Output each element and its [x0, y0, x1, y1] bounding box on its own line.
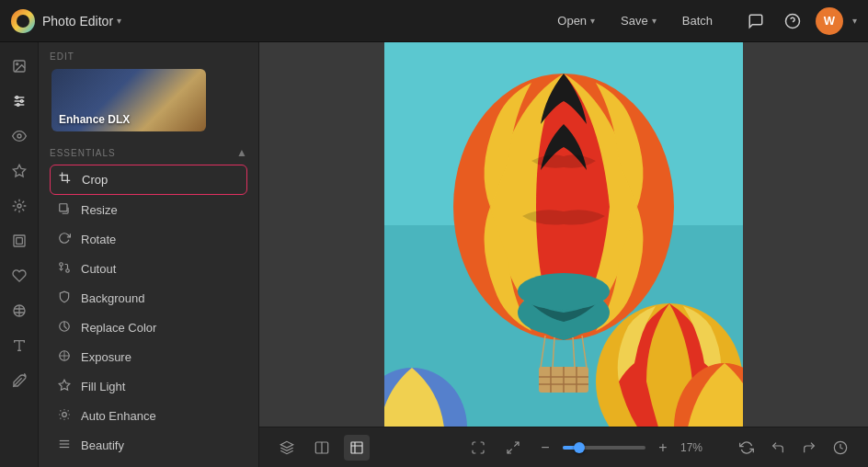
svg-point-3: [16, 63, 17, 65]
app-title: Photo Editor: [42, 14, 113, 28]
layers-toggle-button[interactable]: [274, 435, 300, 461]
background-icon: [57, 290, 72, 306]
canvas-area: − + 17%: [259, 42, 868, 467]
open-chevron: ▾: [590, 16, 595, 26]
tool-crop[interactable]: Crop: [50, 165, 247, 195]
svg-line-30: [60, 410, 61, 411]
shape-icon-button[interactable]: [5, 296, 34, 325]
user-avatar[interactable]: W: [816, 7, 843, 35]
history-button[interactable]: [828, 435, 853, 461]
sliders-icon-button[interactable]: [5, 86, 34, 116]
essentials-header: ESSENTIALS ▲: [50, 146, 247, 159]
svg-rect-13: [14, 235, 25, 246]
header-nav: Open ▾ Save ▾ Batch: [546, 9, 724, 32]
tool-replace-color[interactable]: Replace Color: [50, 313, 247, 342]
exposure-icon: [57, 349, 72, 365]
svg-point-9: [17, 104, 19, 107]
svg-rect-14: [16, 238, 22, 245]
svg-marker-11: [13, 165, 25, 177]
eye-icon-button[interactable]: [5, 121, 34, 151]
svg-line-35: [68, 410, 69, 411]
replace-color-icon: [57, 320, 72, 336]
tool-color[interactable]: Color: [50, 461, 247, 467]
edit-label: EDIT: [50, 51, 247, 62]
zoom-in-button[interactable]: +: [653, 438, 673, 458]
svg-rect-65: [351, 442, 362, 453]
text-icon-button[interactable]: [5, 331, 34, 360]
tool-resize[interactable]: Resize: [50, 196, 247, 224]
zoom-out-button[interactable]: −: [535, 438, 555, 458]
tool-exposure[interactable]: Exposure: [50, 343, 247, 371]
svg-point-27: [63, 413, 67, 417]
image-icon-button[interactable]: [5, 51, 34, 81]
svg-point-12: [17, 204, 21, 208]
effects-icon-button[interactable]: [5, 191, 34, 221]
star-icon-button[interactable]: [5, 156, 34, 186]
svg-point-48: [518, 273, 610, 310]
rotate-icon: [57, 232, 72, 247]
tool-beautify[interactable]: Beautify: [50, 431, 247, 460]
batch-button[interactable]: Batch: [671, 9, 724, 32]
fill-light-icon: [57, 379, 72, 394]
left-panel: EDIT Enhance DLX ESSENTIALS ▲ Crop: [39, 42, 259, 467]
header: Photo Editor ▾ Open ▾ Save ▾ Batch W: [0, 0, 868, 42]
svg-point-22: [66, 269, 70, 273]
zoom-percent: 17%: [680, 441, 710, 454]
enhance-dlx-card[interactable]: Enhance DLX: [51, 69, 206, 131]
svg-line-67: [508, 449, 512, 453]
resize-icon: [57, 202, 72, 218]
layers-icon-button[interactable]: [5, 226, 34, 256]
crop-view-button[interactable]: [344, 435, 370, 461]
cutout-icon: [57, 261, 72, 277]
brush-icon-button[interactable]: [5, 366, 34, 395]
zoom-slider-thumb: [574, 442, 585, 453]
icon-bar: [0, 42, 39, 467]
expand-view-button[interactable]: [465, 435, 491, 461]
svg-point-21: [60, 263, 63, 267]
svg-line-34: [60, 418, 61, 419]
help-icon-button[interactable]: [779, 7, 806, 35]
tool-cutout[interactable]: Cutout: [50, 255, 247, 283]
open-button[interactable]: Open ▾: [546, 9, 606, 32]
svg-rect-20: [60, 204, 67, 211]
photo-canvas: [384, 42, 743, 427]
svg-line-31: [68, 418, 69, 419]
hot-air-balloon-image: [384, 42, 743, 427]
bottom-bar: − + 17%: [259, 427, 868, 467]
tool-auto-enhance[interactable]: Auto Enhance: [50, 402, 247, 430]
svg-point-8: [20, 100, 23, 103]
header-right: W ▾: [742, 7, 857, 35]
reset-button[interactable]: [734, 435, 760, 461]
enhance-dlx-label: Enhance DLX: [59, 113, 130, 126]
app-logo[interactable]: [11, 9, 35, 33]
user-menu-chevron[interactable]: ▾: [852, 16, 857, 26]
svg-line-66: [514, 442, 519, 447]
main-content: EDIT Enhance DLX ESSENTIALS ▲ Crop: [0, 42, 868, 467]
fullscreen-button[interactable]: [500, 435, 526, 461]
heart-icon-button[interactable]: [5, 261, 34, 290]
zoom-controls: − + 17%: [535, 438, 710, 458]
chat-icon-button[interactable]: [742, 7, 770, 35]
tool-rotate[interactable]: Rotate: [50, 225, 247, 254]
redo-button[interactable]: [796, 435, 822, 461]
svg-marker-62: [280, 441, 292, 448]
save-chevron: ▾: [652, 16, 657, 26]
essentials-collapse-chevron[interactable]: ▲: [236, 146, 247, 159]
svg-marker-26: [59, 380, 70, 390]
canvas-wrapper: [259, 42, 868, 427]
edit-section: EDIT Enhance DLX: [39, 42, 258, 139]
compare-button[interactable]: [309, 435, 335, 461]
tool-background[interactable]: Background: [50, 284, 247, 313]
essentials-section: ESSENTIALS ▲ Crop: [39, 139, 258, 467]
zoom-slider[interactable]: [563, 446, 645, 450]
svg-point-10: [17, 134, 21, 138]
bottom-right-buttons: [734, 435, 853, 461]
svg-point-7: [16, 97, 18, 99]
undo-button[interactable]: [765, 435, 791, 461]
auto-enhance-icon: [57, 408, 72, 424]
essentials-label: ESSENTIALS: [50, 148, 116, 158]
crop-icon: [58, 172, 73, 188]
app-title-chevron[interactable]: ▾: [117, 16, 121, 26]
save-button[interactable]: Save ▾: [610, 9, 668, 32]
tool-fill-light[interactable]: Fill Light: [50, 372, 247, 401]
